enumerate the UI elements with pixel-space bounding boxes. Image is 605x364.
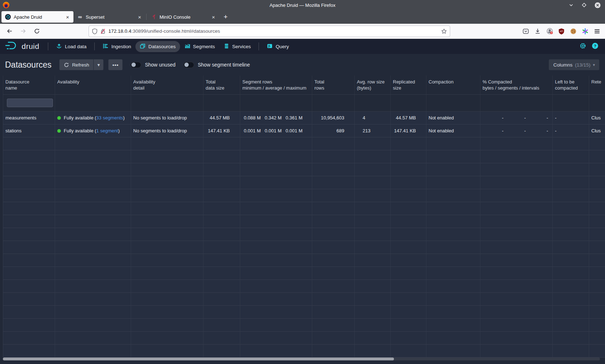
horizontal-scrollbar-thumb[interactable]: [3, 358, 394, 360]
downloads-icon[interactable]: [534, 28, 541, 35]
table-row-empty: [3, 189, 605, 202]
menu-hamburger-icon[interactable]: [593, 28, 601, 35]
column-header-datasource-name[interactable]: Datasource name: [3, 76, 55, 94]
column-header-retention[interactable]: Rete: [589, 76, 605, 94]
tab-close-icon[interactable]: ×: [64, 14, 71, 20]
column-header-pct-compacted[interactable]: % Compacted bytes / segments / intervals: [480, 76, 553, 94]
retention-cell[interactable]: Clus: [589, 124, 605, 137]
tab-apache-druid[interactable]: Apache Druid ×: [1, 11, 73, 23]
services-icon: [224, 43, 229, 50]
tab-close-icon[interactable]: ×: [136, 14, 143, 20]
horizontal-scrollbar-track[interactable]: [3, 358, 600, 360]
availability-text: Fully available (: [64, 128, 96, 133]
pct-compacted-cell: ---: [480, 112, 553, 124]
columns-picker-button[interactable]: Columns (13/15) ▾: [549, 59, 599, 70]
availability-cell: Fully available (33 segments): [55, 112, 131, 124]
show-unused-toggle-group: Show unused: [130, 62, 175, 68]
tab-separator: [146, 14, 147, 20]
column-header-total-rows[interactable]: Total rows: [312, 76, 355, 94]
refresh-split-button: Refresh ▾: [59, 59, 103, 70]
load-data-icon: [56, 43, 62, 50]
segments-link[interactable]: 33 segments: [96, 115, 123, 120]
chevron-down-icon: ▾: [593, 63, 595, 67]
help-icon[interactable]: ?: [592, 42, 599, 51]
datasource-name-cell[interactable]: stations: [3, 124, 55, 137]
window-title: Apache Druid — Mozilla Firefox: [0, 3, 605, 8]
forward-button[interactable]: [18, 26, 28, 36]
column-header-total-data-size[interactable]: Total data size: [203, 76, 240, 94]
tab-close-icon[interactable]: ×: [210, 14, 216, 20]
tab-superset[interactable]: ∞ Superset ×: [73, 11, 145, 23]
datasource-name-filter-input[interactable]: [7, 99, 53, 107]
nav-item-datasources[interactable]: Datasources: [135, 41, 180, 52]
total-data-size-cell: 147.41 KB: [203, 124, 240, 137]
tracking-shield-icon[interactable]: [92, 28, 98, 34]
compaction-cell: Not enabled: [426, 124, 480, 137]
query-icon: [267, 43, 273, 50]
extension-profile-icon[interactable]: [546, 28, 553, 35]
url-host: 172.18.0.4: [108, 28, 131, 34]
tab-minio-console[interactable]: MinIO Console ×: [147, 11, 219, 23]
asterisk-extension-icon[interactable]: [582, 28, 589, 35]
nav-item-services[interactable]: Services: [219, 41, 255, 52]
table-row-stations: stations Fully available (1 segment) No …: [3, 124, 605, 137]
column-header-segment-rows[interactable]: Segment rows minimum / average / maximum: [240, 76, 312, 94]
nav-item-query[interactable]: Query: [263, 41, 293, 52]
table-row-empty: [3, 319, 605, 332]
insecure-lock-icon[interactable]: [100, 28, 106, 34]
druid-brand-text: druid: [22, 42, 39, 51]
tab-label: Superset: [86, 14, 136, 20]
nav-divider: [94, 42, 95, 50]
column-header-availability[interactable]: Availability: [55, 76, 131, 94]
column-header-left-to-be-compacted[interactable]: Left to be compacted: [553, 76, 589, 94]
window-minimize-button[interactable]: [569, 3, 574, 8]
table-row-empty: [3, 215, 605, 228]
more-actions-button[interactable]: •••: [108, 59, 122, 70]
window-maximize-button[interactable]: [582, 3, 587, 8]
druid-brand[interactable]: druid: [5, 41, 39, 52]
avg-row-size-cell: 4: [355, 112, 391, 124]
url-text[interactable]: 172.18.0.4:30899/unified-console.html#da…: [108, 28, 441, 34]
retention-cell[interactable]: Clus: [589, 112, 605, 124]
show-segment-timeline-switch[interactable]: [183, 62, 194, 68]
ublock-origin-icon[interactable]: uO: [558, 28, 565, 35]
back-button[interactable]: [4, 26, 14, 36]
total-rows-cell: 10,954,603: [312, 112, 355, 124]
column-header-replicated-size[interactable]: Replicated size: [391, 76, 426, 94]
table-row-empty: [3, 280, 605, 293]
ingestion-icon: [103, 43, 108, 50]
column-header-availability-detail[interactable]: Availability detail: [131, 76, 203, 94]
nav-item-ingestion[interactable]: Ingestion: [98, 41, 135, 52]
refresh-button[interactable]: Refresh: [59, 59, 93, 70]
nav-item-load-data[interactable]: Load data: [52, 41, 91, 52]
table-header-row: Datasource name Availability Availabilit…: [3, 76, 605, 94]
nav-item-label: Segments: [193, 44, 215, 49]
refresh-dropdown-caret[interactable]: ▾: [94, 59, 103, 70]
cookie-icon[interactable]: [570, 28, 577, 35]
bookmark-star-icon[interactable]: [441, 28, 447, 34]
nav-item-label: Services: [232, 44, 251, 49]
nav-item-segments[interactable]: Segments: [180, 41, 219, 52]
new-tab-button[interactable]: +: [219, 11, 232, 23]
datasource-name-cell[interactable]: measurements: [3, 112, 55, 124]
svg-text:?: ?: [594, 43, 596, 48]
pct-compacted-cell: ---: [480, 124, 553, 137]
pocket-icon[interactable]: [522, 28, 529, 35]
column-header-avg-row-size[interactable]: Avg. row size (bytes): [355, 76, 391, 94]
segments-link[interactable]: 1 segment: [96, 128, 118, 133]
reload-button[interactable]: [32, 26, 42, 36]
show-segment-timeline-label: Show segment timeline: [198, 62, 250, 68]
availability-text: Fully available (: [64, 115, 96, 120]
left-to-compact-cell: -: [553, 124, 589, 137]
window-titlebar: Apache Druid — Mozilla Firefox: [0, 0, 605, 10]
tab-bar: Apache Druid × ∞ Superset × MinIO Consol…: [0, 10, 605, 24]
table-row-empty: [3, 345, 605, 358]
column-header-compaction[interactable]: Compaction: [426, 76, 480, 94]
table-row-empty: [3, 163, 605, 176]
nav-item-label: Load data: [65, 44, 86, 49]
url-bar[interactable]: 172.18.0.4:30899/unified-console.html#da…: [89, 26, 450, 37]
show-unused-switch[interactable]: [130, 62, 141, 68]
window-close-button[interactable]: [595, 2, 601, 8]
settings-gear-icon[interactable]: [579, 42, 586, 51]
columns-label: Columns: [553, 62, 572, 68]
